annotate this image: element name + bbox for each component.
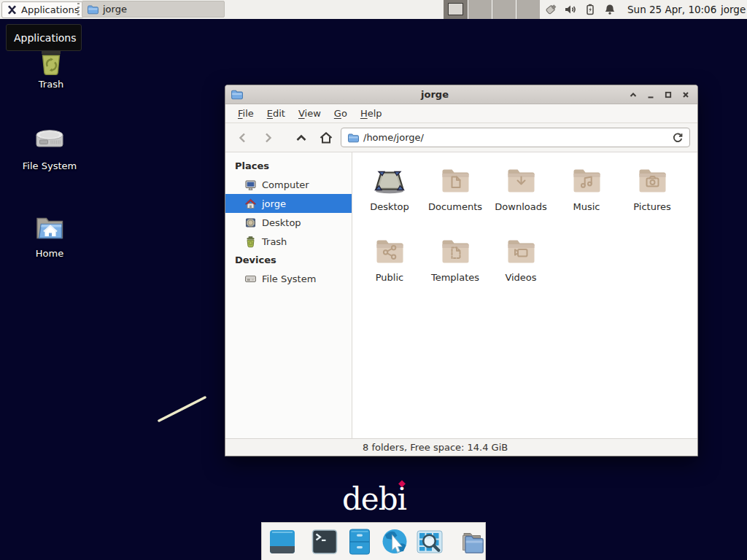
directory-menu-icon xyxy=(457,526,487,557)
menu-edit[interactable]: Edit xyxy=(260,106,292,121)
file-item-label: Pictures xyxy=(619,201,685,212)
folder-documents-icon xyxy=(422,158,488,198)
sidebar-header-places: Places xyxy=(225,157,352,175)
applications-menu-button[interactable]: Applications xyxy=(1,1,84,18)
terminal-icon xyxy=(309,526,340,557)
menubar: FileEditViewGoHelp xyxy=(225,104,697,123)
shade-button[interactable] xyxy=(627,88,640,101)
taskbar-window-label: jorge xyxy=(103,4,127,15)
dock-directory-menu-button[interactable] xyxy=(457,526,487,557)
trash-mini-icon xyxy=(244,236,257,248)
home-desktop-icon xyxy=(15,210,85,245)
tray-input-device-icon[interactable] xyxy=(544,3,557,16)
home-button[interactable] xyxy=(316,128,336,148)
sidebar-item-label: File System xyxy=(262,273,316,284)
file-grid: DesktopDocumentsDownloadsMusicPicturesPu… xyxy=(352,152,697,438)
dock-file-manager-button[interactable] xyxy=(344,526,375,557)
file-item-label: Documents xyxy=(422,201,488,212)
menu-view[interactable]: View xyxy=(292,106,328,121)
web-browser-icon xyxy=(379,526,410,557)
drive-mini-icon xyxy=(244,273,257,285)
home-red-icon xyxy=(244,198,257,210)
folder-videos-icon xyxy=(488,229,554,268)
file-item-videos[interactable]: Videos xyxy=(488,229,554,300)
sidebar-item-jorge[interactable]: jorge xyxy=(225,194,352,213)
minimize-button[interactable] xyxy=(644,88,657,101)
menu-go[interactable]: Go xyxy=(328,106,354,121)
sidebar-item-trash[interactable]: Trash xyxy=(225,232,352,251)
sidebar: PlacesComputerjorgeDesktopTrashDevicesFi… xyxy=(225,152,352,438)
maximize-button[interactable] xyxy=(662,88,675,101)
folder-downloads-icon xyxy=(488,158,554,198)
location-bar[interactable] xyxy=(341,128,690,147)
workspace-3[interactable] xyxy=(492,0,516,19)
file-item-label: Templates xyxy=(422,272,488,283)
dock-app-finder-button[interactable] xyxy=(414,526,445,557)
sidebar-item-label: Trash xyxy=(262,236,287,247)
folder-pictures-icon xyxy=(619,158,685,198)
menu-help[interactable]: Help xyxy=(354,106,389,121)
debian-logo-i: i xyxy=(398,481,406,517)
file-item-desktop[interactable]: Desktop xyxy=(357,158,422,229)
sidebar-item-file-system[interactable]: File System xyxy=(225,269,352,288)
applications-menu-label: Applications xyxy=(21,4,79,15)
computer-icon xyxy=(244,179,257,191)
window-title: jorge xyxy=(247,89,622,100)
panel-clock[interactable]: Sun 25 Apr, 10:06 xyxy=(627,4,716,15)
show-desktop-icon xyxy=(267,526,298,557)
tasklist-handle[interactable] xyxy=(77,3,80,16)
statusbar: 8 folders, Free space: 14.4 GiB xyxy=(225,438,697,456)
folder-icon xyxy=(87,4,98,15)
file-item-downloads[interactable]: Downloads xyxy=(488,158,554,229)
file-item-public[interactable]: Public xyxy=(357,229,422,300)
desktop-icon-filesystem[interactable]: File System xyxy=(15,121,85,171)
menu-file[interactable]: File xyxy=(231,106,260,121)
file-item-music[interactable]: Music xyxy=(554,158,619,229)
file-item-label: Music xyxy=(554,201,619,212)
folder-templates-icon xyxy=(422,229,488,268)
file-item-templates[interactable]: Templates xyxy=(422,229,488,300)
tray-volume-icon[interactable] xyxy=(564,3,577,16)
workspace-4[interactable] xyxy=(516,0,540,19)
file-item-label: Videos xyxy=(488,272,554,283)
desktop-icon-trash[interactable]: Trash xyxy=(16,45,86,90)
file-item-pictures[interactable]: Pictures xyxy=(619,158,685,229)
taskbar-window-button[interactable]: jorge xyxy=(82,1,225,18)
window-controls xyxy=(627,88,692,101)
dock-show-desktop-button[interactable] xyxy=(267,526,298,557)
window-titlebar[interactable]: jorge xyxy=(225,85,697,104)
reload-icon[interactable] xyxy=(672,132,684,144)
dock-terminal-button[interactable] xyxy=(309,526,340,557)
sidebar-item-label: Desktop xyxy=(262,217,301,228)
tray-battery-charging-icon[interactable] xyxy=(584,3,597,16)
path-input[interactable] xyxy=(363,132,667,143)
status-text: 8 folders, Free space: 14.4 GiB xyxy=(363,442,508,453)
tray-notifications-icon[interactable] xyxy=(603,3,616,16)
file-item-documents[interactable]: Documents xyxy=(422,158,488,229)
workspace-1[interactable] xyxy=(444,0,468,19)
desktop-icon-label: Home xyxy=(15,248,85,259)
forward-button[interactable] xyxy=(258,128,278,148)
drive-desktop-icon xyxy=(15,121,85,156)
back-button[interactable] xyxy=(233,128,253,148)
file-item-label: Public xyxy=(357,272,422,283)
folder-public-icon xyxy=(357,229,422,268)
file-item-label: Downloads xyxy=(488,201,554,212)
sidebar-item-computer[interactable]: Computer xyxy=(225,175,352,194)
folder-music-icon xyxy=(554,158,619,198)
workspace-2[interactable] xyxy=(468,0,492,19)
path-folder-icon xyxy=(347,132,359,144)
desktop-icon-label: Trash xyxy=(16,79,86,90)
desktop-special-icon xyxy=(357,158,422,198)
sidebar-item-desktop[interactable]: Desktop xyxy=(225,213,352,232)
sidebar-item-label: Computer xyxy=(262,179,309,190)
up-button[interactable] xyxy=(291,128,311,148)
system-tray xyxy=(544,3,616,16)
file-item-label: Desktop xyxy=(357,201,422,212)
desktop-icon-label: File System xyxy=(15,160,85,171)
desktop-icon-home[interactable]: Home xyxy=(15,210,85,259)
window-folder-icon xyxy=(231,88,243,101)
top-panel: Applications jorge Sun 25 Apr, 10:06 jor… xyxy=(0,0,747,19)
close-button[interactable] xyxy=(679,88,692,101)
dock-web-browser-button[interactable] xyxy=(379,526,410,557)
